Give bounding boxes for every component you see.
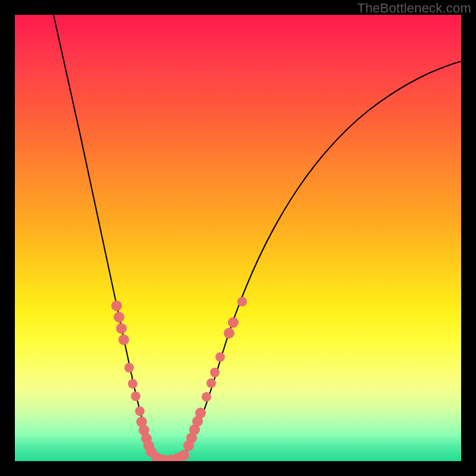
bottleneck-curve <box>15 15 461 461</box>
svg-point-1 <box>114 312 124 322</box>
curve-path <box>54 15 461 461</box>
svg-point-28 <box>228 317 239 328</box>
svg-point-29 <box>237 297 247 306</box>
svg-point-22 <box>195 408 206 418</box>
svg-point-17 <box>178 450 189 461</box>
svg-point-6 <box>131 392 140 401</box>
svg-point-2 <box>116 323 127 334</box>
svg-point-3 <box>118 334 129 345</box>
highlight-blobs <box>111 297 247 461</box>
svg-point-26 <box>215 352 225 362</box>
svg-point-0 <box>111 300 122 311</box>
svg-point-7 <box>135 406 145 416</box>
svg-point-23 <box>202 392 211 402</box>
plot-area <box>15 15 461 461</box>
svg-point-25 <box>210 368 220 377</box>
svg-point-24 <box>206 378 216 388</box>
watermark-text: TheBottleneck.com <box>357 1 471 16</box>
svg-point-4 <box>124 363 134 372</box>
svg-point-5 <box>128 379 137 389</box>
svg-point-27 <box>224 328 234 339</box>
